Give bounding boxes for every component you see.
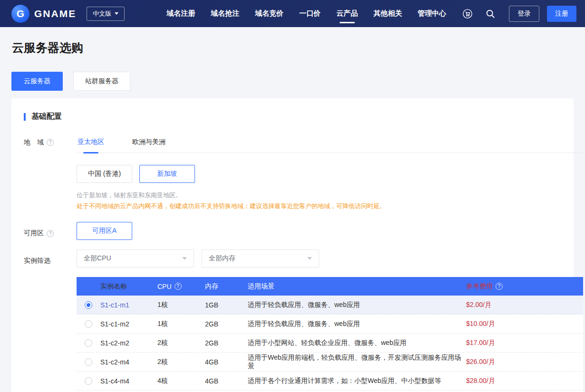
zone-row: 可用区 ? 可用区A [24, 222, 571, 240]
nav-item[interactable]: 一口价 [299, 0, 321, 27]
cpu-filter-select[interactable]: 全部CPU [77, 249, 194, 268]
zone-label-text: 可用区 [24, 229, 44, 238]
region-tabs: 亚太地区 欧洲与美洲 [77, 134, 584, 153]
instance-radio[interactable] [85, 320, 92, 328]
help-icon[interactable]: ? [175, 283, 182, 290]
memory-filter-select[interactable]: 全部内存 [202, 249, 319, 268]
radio-cell [77, 301, 100, 309]
instance-cpu: 4核 [157, 377, 205, 385]
instance-cpu: 1核 [157, 301, 205, 309]
product-tabs: 云服务器站群服务器 [11, 72, 585, 91]
region-option-hongkong[interactable]: 中国 (香港) [77, 165, 132, 183]
gname-logo[interactable]: G GNAME [11, 5, 76, 23]
table-row[interactable]: S1-c2-m22核2GB适用于小型网站、轻负载企业应用、微服务、web应用$1… [77, 334, 583, 353]
auth-buttons: 登录 注册 [509, 6, 576, 22]
nav-item[interactable]: 云产品 [336, 0, 358, 27]
table-body: S1-c1-m11核1GB适用于轻负载应用、微服务、web应用$2.00/月S1… [77, 296, 583, 392]
chevron-down-icon [182, 257, 187, 260]
instance-memory: 1GB [205, 301, 248, 309]
zone-options: 可用区A [77, 222, 132, 240]
table-row[interactable]: S1-c4-m44核4GB适用于各个行业通用计算需求，如：小型Web应用、中小型… [77, 372, 583, 391]
instance-scenario: 适用于轻负载应用、微服务、web应用 [248, 301, 464, 309]
instance-cpu: 1核 [157, 320, 205, 328]
main-nav: 域名注册域名抢注域名竞价一口价云产品其他相关管理中心 [166, 0, 446, 27]
nav-item[interactable]: 其他相关 [373, 0, 402, 27]
help-icon[interactable]: ? [496, 283, 503, 290]
instance-scenario: 适用于各个行业通用计算需求，如：小型Web应用、中小型数据等 [248, 377, 464, 385]
nav-item[interactable]: 管理中心 [418, 0, 446, 27]
region-block: 亚太地区 欧洲与美洲 中国 (香港) 新加坡 位于新加坡，辐射东亚和东南亚地区。… [77, 134, 584, 210]
cart-icon[interactable] [462, 9, 473, 19]
instance-name: S1-c1-m2 [100, 320, 157, 328]
top-navbar: G GNAME 中文版 域名注册域名抢注域名竞价一口价云产品其他相关管理中心 登… [0, 0, 585, 27]
region-tab-eu-us[interactable]: 欧洲与美洲 [131, 134, 166, 153]
radio-cell [77, 377, 100, 385]
header-cpu: CPU ? [157, 283, 205, 290]
region-tab-apac[interactable]: 亚太地区 [77, 134, 105, 153]
instance-radio[interactable] [85, 301, 92, 309]
instance-price: $17.00/月 [464, 339, 583, 347]
brand-name: GNAME [34, 8, 76, 19]
help-icon[interactable]: ? [47, 230, 54, 237]
header-memory: 内存 [205, 282, 248, 291]
zone-option-a[interactable]: 可用区A [77, 222, 132, 240]
filter-label: 实例筛选 [24, 249, 77, 268]
table-row[interactable]: S1-c1-m11核1GB适用于轻负载应用、微服务、web应用$2.00/月 [77, 296, 583, 315]
table-header-row: 实例名称 CPU ? 内存 适用场景 参考费用 ? [77, 277, 583, 296]
filter-row: 实例筛选 全部CPU 全部内存 [24, 249, 571, 268]
instance-memory: 4GB [205, 358, 248, 366]
region-row: 地 域 ? 亚太地区 欧洲与美洲 中国 (香港) 新加坡 位于新加坡，辐射东亚和… [24, 134, 571, 210]
radio-cell [77, 358, 100, 366]
instance-memory: 2GB [205, 339, 248, 347]
header-scenario: 适用场景 [248, 282, 464, 291]
register-button[interactable]: 注册 [547, 6, 576, 22]
region-warning: 处于不同地域的云产品内网不通，创建成功后不支持切换地域；建议选择最靠近您客户的地… [77, 202, 584, 210]
instance-cpu: 2核 [157, 339, 205, 347]
radio-cell [77, 320, 100, 328]
instance-scenario: 适用于Web应用前端机，轻负载应用、微服务，开发测试压测服务应用场景 [248, 354, 464, 371]
cpu-filter-value: 全部CPU [84, 254, 111, 263]
chevron-down-icon [307, 257, 312, 260]
header-price: 参考费用 ? [464, 282, 583, 291]
table-row[interactable]: S1-c1-m21核2GB适用于轻负载应用、微服务、web应用$10.00/月 [77, 315, 583, 334]
instance-radio[interactable] [85, 358, 92, 366]
search-icon[interactable] [485, 9, 496, 19]
nav-item[interactable]: 域名抢注 [211, 0, 239, 27]
section-title: 基础配置 [31, 112, 62, 122]
instance-price: $28.00/月 [464, 377, 583, 385]
login-button[interactable]: 登录 [509, 6, 539, 22]
instance-cpu: 2核 [157, 358, 205, 366]
instance-price: $26.00/月 [464, 358, 583, 366]
instance-price: $2.00/月 [464, 301, 583, 309]
nav-item[interactable]: 域名注册 [166, 0, 195, 27]
instance-radio[interactable] [85, 377, 92, 385]
instance-radio[interactable] [85, 339, 92, 347]
instance-memory: 2GB [205, 320, 248, 328]
region-option-singapore[interactable]: 新加坡 [139, 165, 195, 183]
instance-name: S1-c2-m2 [100, 339, 157, 347]
memory-filter-value: 全部内存 [209, 254, 235, 263]
region-description: 位于新加坡，辐射东亚和东南亚地区。 [77, 191, 584, 200]
instance-name: S1-c4-m4 [100, 377, 157, 385]
page-title: 云服务器选购 [12, 40, 585, 56]
product-tab[interactable]: 云服务器 [11, 72, 63, 91]
help-icon[interactable]: ? [47, 139, 54, 146]
zone-label: 可用区 ? [24, 222, 77, 240]
filter-label-text: 实例筛选 [24, 257, 50, 265]
region-label-text: 地 域 [24, 138, 44, 147]
nav-item[interactable]: 域名竞价 [255, 0, 283, 27]
filter-selects: 全部CPU 全部内存 [77, 249, 319, 268]
language-dropdown-value: 中文版 [93, 10, 111, 18]
table-row[interactable]: S1-c2-m42核4GB适用于Web应用前端机，轻负载应用、微服务，开发测试压… [77, 353, 583, 372]
region-options: 中国 (香港) 新加坡 [77, 165, 584, 183]
header-cpu-text: CPU [157, 283, 172, 290]
header-instance-name: 实例名称 [100, 282, 157, 291]
config-card: 基础配置 地 域 ? 亚太地区 欧洲与美洲 中国 (香港) 新加坡 位于新加坡，… [11, 98, 574, 392]
product-tab[interactable]: 站群服务器 [73, 72, 130, 91]
instance-memory: 4GB [205, 377, 248, 385]
instance-scenario: 适用于小型网站、轻负载企业应用、微服务、web应用 [248, 339, 464, 347]
instance-name: S1-c1-m1 [100, 301, 157, 309]
instance-scenario: 适用于轻负载应用、微服务、web应用 [248, 320, 464, 328]
nav-icons [462, 9, 496, 19]
language-dropdown[interactable]: 中文版 [87, 7, 125, 21]
